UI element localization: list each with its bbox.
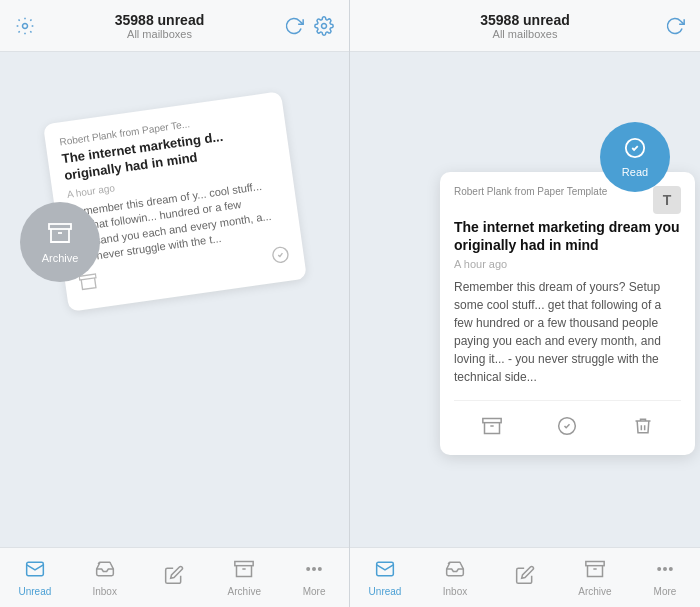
left-tab-archive-label: Archive	[228, 586, 261, 597]
left-tab-archive[interactable]: Archive	[209, 555, 279, 601]
left-tab-unread-label: Unread	[18, 586, 51, 597]
left-tab-edit[interactable]	[140, 561, 210, 594]
right-pane: 35988 unread All mailboxes Read	[350, 0, 700, 607]
svg-point-19	[658, 567, 661, 570]
front-card-header-row: Robert Plank from Paper Template T	[454, 186, 681, 214]
svg-rect-17	[586, 561, 604, 565]
svg-point-21	[670, 567, 673, 570]
gear-icon-left[interactable]	[313, 15, 335, 37]
left-tab-more[interactable]: More	[279, 555, 349, 601]
front-card-sender: Robert Plank from Paper Template	[454, 186, 607, 197]
settings-icon-left[interactable]	[14, 15, 36, 37]
left-tab-unread[interactable]: Unread	[0, 555, 70, 601]
left-tab-inbox[interactable]: Inbox	[70, 555, 140, 601]
edit-tab-icon	[164, 565, 184, 590]
right-header: 35988 unread All mailboxes	[350, 0, 700, 52]
svg-rect-2	[49, 224, 71, 229]
svg-point-1	[322, 23, 327, 28]
right-tab-unread[interactable]: Unread	[350, 555, 420, 601]
right-tab-edit[interactable]	[490, 561, 560, 594]
left-tab-bar: Unread Inbox	[0, 547, 349, 607]
sender-avatar: T	[653, 186, 681, 214]
read-action-circle[interactable]: Read	[600, 122, 670, 192]
svg-point-20	[664, 567, 667, 570]
front-card-time: A hour ago	[454, 258, 681, 270]
svg-rect-7	[235, 561, 253, 565]
left-tab-more-label: More	[303, 586, 326, 597]
right-edit-tab-icon	[515, 565, 535, 590]
front-card-subject: The internet marketing dream you origina…	[454, 218, 681, 254]
archive-circle-label: Archive	[42, 252, 79, 264]
more-tab-icon	[304, 559, 324, 584]
svg-rect-13	[483, 419, 501, 423]
email-card-background[interactable]: Robert Plank from Paper Te... The intern…	[43, 91, 307, 312]
right-tab-inbox-label: Inbox	[443, 586, 467, 597]
archive-circle-icon	[48, 221, 72, 250]
archive-tab-icon	[234, 559, 254, 584]
left-tab-inbox-label: Inbox	[92, 586, 116, 597]
card-archive-button[interactable]	[477, 411, 507, 441]
left-header-center: 35988 unread All mailboxes	[115, 12, 205, 40]
unread-tab-icon	[25, 559, 45, 584]
right-inbox-tab-icon	[445, 559, 465, 584]
right-more-tab-icon	[655, 559, 675, 584]
right-tab-archive-label: Archive	[578, 586, 611, 597]
right-tab-inbox[interactable]: Inbox	[420, 555, 490, 601]
right-header-center: 35988 unread All mailboxes	[480, 12, 570, 40]
refresh-icon-left[interactable]	[283, 15, 305, 37]
right-tab-unread-label: Unread	[369, 586, 402, 597]
svg-point-9	[307, 567, 310, 570]
left-mailboxes-label: All mailboxes	[115, 28, 205, 40]
right-tab-archive[interactable]: Archive	[560, 555, 630, 601]
right-tab-more-label: More	[654, 586, 677, 597]
right-unread-count: 35988 unread	[480, 12, 570, 28]
read-circle-icon	[624, 137, 646, 164]
left-email-area: Archive Robert Plank from Paper Te... Th…	[0, 52, 349, 547]
refresh-icon-right[interactable]	[664, 15, 686, 37]
right-mailboxes-label: All mailboxes	[480, 28, 570, 40]
card-trash-button[interactable]	[628, 411, 658, 441]
email-card-front[interactable]: Robert Plank from Paper Template T The i…	[440, 172, 695, 455]
left-header: 35988 unread All mailboxes	[0, 0, 349, 52]
right-unread-tab-icon	[375, 559, 395, 584]
right-tab-bar: Unread Inbox	[350, 547, 700, 607]
svg-point-10	[313, 567, 316, 570]
inbox-tab-icon	[95, 559, 115, 584]
front-card-actions	[454, 400, 681, 441]
right-tab-more[interactable]: More	[630, 555, 700, 601]
front-card-preview: Remember this dream of yours? Setup some…	[454, 278, 681, 386]
svg-point-0	[23, 23, 28, 28]
read-circle-label: Read	[622, 166, 648, 178]
svg-point-11	[319, 567, 322, 570]
right-archive-tab-icon	[585, 559, 605, 584]
app-container: 35988 unread All mailboxes	[0, 0, 700, 607]
archive-action-circle[interactable]: Archive	[20, 202, 100, 282]
left-pane: 35988 unread All mailboxes	[0, 0, 350, 607]
bg-card-check-icon	[270, 245, 291, 269]
right-email-area: Read Robert Plank from Paper Template T …	[350, 52, 700, 547]
card-read-button[interactable]	[552, 411, 582, 441]
left-unread-count: 35988 unread	[115, 12, 205, 28]
